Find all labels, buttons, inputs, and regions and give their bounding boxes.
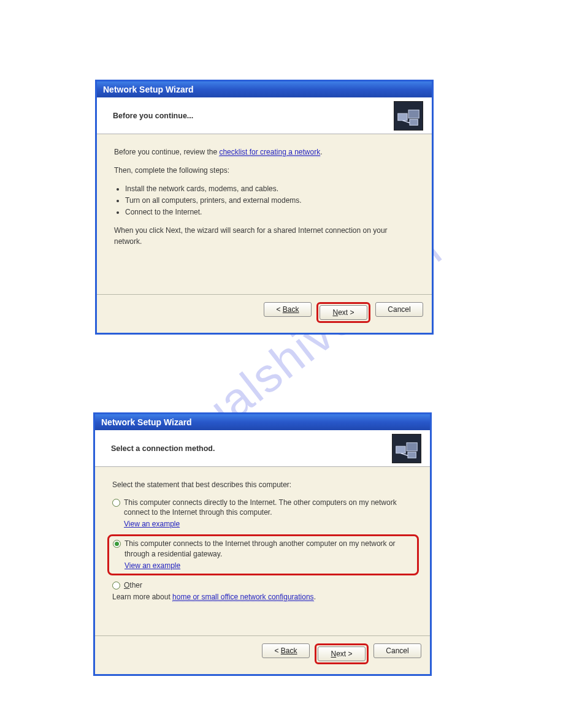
note-line: When you click Next, the wizard will sea… — [114, 225, 415, 247]
dialog-footer: < Back Next > Cancel — [95, 635, 430, 668]
dialog-header: Before you continue... — [97, 97, 432, 134]
next-button-highlight: Next > — [315, 643, 369, 664]
dialog-body: Before you continue, review the checklis… — [97, 134, 432, 260]
svg-rect-8 — [408, 452, 416, 458]
wizard-dialog-connection-method: Network Setup Wizard Select a connection… — [93, 412, 432, 676]
learn-suffix: . — [314, 593, 316, 601]
titlebar: Network Setup Wizard — [95, 414, 430, 430]
view-example-link[interactable]: View an example — [124, 560, 413, 571]
steps-list: Install the network cards, modems, and c… — [114, 183, 415, 218]
option-gateway-highlight: This computer connects to the Internet t… — [107, 534, 419, 575]
svg-rect-2 — [408, 110, 419, 118]
option-other-label: Other — [124, 580, 413, 590]
step-item: Install the network cards, modems, and c… — [125, 183, 415, 194]
intro-line: Before you continue, review the checklis… — [114, 146, 415, 157]
radio-icon[interactable] — [112, 499, 120, 507]
svg-rect-3 — [410, 119, 418, 125]
back-button[interactable]: < Back — [264, 302, 312, 317]
next-button-highlight: Next > — [316, 302, 370, 323]
intro-prefix: Before you continue, review the — [114, 148, 219, 156]
option-gateway-label: This computer connects to the Internet t… — [124, 539, 413, 558]
then-line: Then, complete the following steps: — [114, 165, 415, 176]
intro-suffix: . — [320, 148, 322, 156]
svg-rect-7 — [407, 442, 417, 450]
learn-more-link[interactable]: home or small office network configurati… — [172, 593, 314, 602]
window-title: Network Setup Wizard — [101, 417, 192, 427]
view-example-link[interactable]: View an example — [124, 518, 413, 529]
step-item: Turn on all computers, printers, and ext… — [125, 195, 415, 206]
header-title: Select a connection method. — [111, 444, 215, 453]
radio-icon[interactable] — [113, 540, 121, 548]
header-title: Before you continue... — [113, 112, 193, 120]
step-item: Connect to the Internet. — [125, 207, 415, 218]
option-other[interactable]: Other — [112, 580, 413, 590]
wizard-dialog-before-continue: Network Setup Wizard Before you continue… — [95, 80, 434, 335]
svg-rect-6 — [396, 446, 405, 453]
prompt-text: Select the statement that best describes… — [112, 479, 413, 490]
option-gateway[interactable]: This computer connects to the Internet t… — [113, 539, 413, 558]
option-direct[interactable]: This computer connects directly to the I… — [112, 498, 413, 517]
checklist-link[interactable]: checklist for creating a network — [219, 148, 320, 157]
option-direct-label: This computer connects directly to the I… — [124, 498, 413, 517]
window-title: Network Setup Wizard — [103, 85, 194, 94]
cancel-button[interactable]: Cancel — [373, 643, 421, 658]
dialog-footer: < Back Next > Cancel — [97, 294, 432, 327]
learn-prefix: Learn more about — [112, 593, 172, 601]
dialog-header: Select a connection method. — [95, 430, 430, 467]
titlebar: Network Setup Wizard — [97, 82, 432, 97]
radio-icon[interactable] — [112, 582, 120, 590]
next-button[interactable]: Next > — [320, 305, 367, 320]
cancel-button[interactable]: Cancel — [375, 302, 423, 317]
learn-more-line: Learn more about home or small office ne… — [112, 591, 413, 602]
network-icon — [392, 434, 421, 463]
svg-rect-1 — [398, 113, 407, 121]
network-icon — [394, 101, 423, 131]
next-button[interactable]: Next > — [318, 646, 366, 661]
back-button[interactable]: < Back — [262, 643, 310, 658]
dialog-body: Select the statement that best describes… — [95, 467, 430, 616]
